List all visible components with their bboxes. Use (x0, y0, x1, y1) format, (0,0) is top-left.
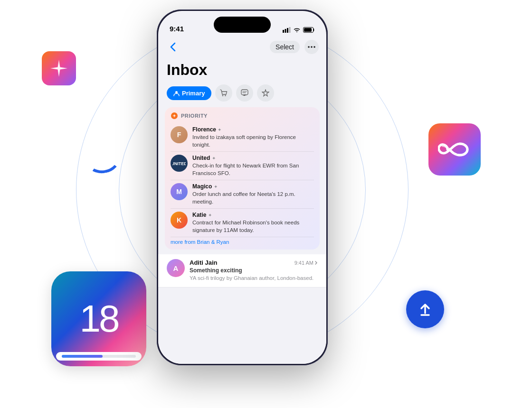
florence-avatar: F (171, 126, 188, 143)
dynamic-island (214, 17, 271, 33)
signal-icon (283, 27, 291, 33)
florence-sender: Florence ✦ (192, 126, 314, 133)
svg-rect-3 (289, 27, 291, 33)
magico-sender: Magico ✦ (192, 183, 314, 190)
aditi-email-header: Aditi Jain 9:41 AM (190, 259, 318, 266)
florence-mail-body: Florence ✦ Invited to izakaya soft openi… (192, 126, 314, 148)
aditi-email-body: Aditi Jain 9:41 AM Something exciting YA… (190, 259, 318, 282)
tab-chat[interactable] (236, 84, 253, 102)
united-sender: United ✦ (192, 155, 314, 161)
svg-point-7 (311, 46, 313, 48)
tab-bar: Primary (158, 84, 326, 107)
aditi-subject: Something exciting (190, 267, 318, 274)
select-button[interactable]: Select (270, 41, 300, 53)
mail-item-united[interactable]: UNITED United ✦ Check-in for flight to N… (171, 152, 314, 180)
svg-point-11 (225, 95, 226, 96)
united-mail-body: United ✦ Check-in for flight to Newark E… (192, 155, 314, 177)
svg-rect-1 (285, 29, 286, 33)
mail-item-florence[interactable]: F Florence ✦ Invited to izakaya soft ope… (171, 123, 314, 152)
priority-label: PRIORITY (181, 113, 208, 119)
magico-avatar: M (171, 183, 188, 200)
infinity-app-icon[interactable] (428, 123, 481, 176)
ios18-number: 18 (80, 300, 118, 338)
status-icons (283, 27, 315, 33)
svg-point-8 (314, 46, 315, 48)
wifi-icon (293, 27, 301, 33)
ios18-progress-fill (62, 355, 103, 358)
katie-preview: Contract for Michael Robinson's book nee… (192, 219, 314, 234)
svg-rect-5 (304, 28, 312, 32)
tab-primary[interactable]: Primary (167, 86, 211, 100)
magico-mail-body: Magico ✦ Order lunch and coffee for Neet… (192, 183, 314, 205)
email-row-aditi[interactable]: A Aditi Jain 9:41 AM Something exciting … (158, 254, 326, 287)
tab-promo[interactable] (257, 84, 274, 102)
aditi-avatar: A (167, 259, 185, 277)
sparkle-app-icon[interactable] (42, 51, 76, 85)
phone-frame: 9:41 (157, 9, 328, 365)
priority-section: PRIORITY F Florence ✦ Invited to izakaya… (165, 107, 320, 250)
svg-rect-12 (241, 90, 248, 95)
priority-header: PRIORITY (171, 112, 314, 120)
mail-item-katie[interactable]: K Katie ✦ Contract for Michael Robinson'… (171, 209, 314, 237)
katie-avatar: K (171, 212, 188, 229)
svg-rect-0 (283, 30, 284, 33)
status-time: 9:41 (170, 25, 184, 33)
battery-icon (303, 27, 315, 33)
mail-content: Inbox Primary (158, 57, 326, 364)
united-avatar: UNITED (171, 155, 188, 172)
upload-app-icon[interactable] (406, 290, 444, 328)
ios18-progress-bar (62, 355, 136, 358)
back-button[interactable] (166, 40, 180, 54)
aditi-sender: Aditi Jain (190, 259, 218, 266)
svg-point-6 (308, 46, 310, 48)
katie-mail-body: Katie ✦ Contract for Michael Robinson's … (192, 212, 314, 234)
united-preview: Check-in for flight to Newark EWR from S… (192, 162, 314, 177)
more-link[interactable]: more from Brian & Ryan (171, 237, 314, 245)
phone-screen: 9:41 (158, 11, 326, 364)
ios18-progress-container (56, 352, 142, 361)
mail-item-magico[interactable]: M Magico ✦ Order lunch and coffee for Ne… (171, 180, 314, 209)
svg-point-10 (222, 95, 223, 96)
katie-sender: Katie ✦ (192, 212, 314, 218)
tab-shopping[interactable] (215, 84, 232, 102)
aditi-time: 9:41 AM (294, 260, 318, 266)
inbox-title: Inbox (158, 57, 326, 84)
florence-preview: Invited to izakaya soft opening by Flore… (192, 134, 314, 148)
tab-primary-label: Primary (182, 90, 205, 97)
phone-mockup: 9:41 (157, 9, 337, 380)
svg-text:UNITED: UNITED (172, 161, 186, 166)
nav-actions: Select (270, 40, 319, 54)
svg-rect-2 (287, 28, 288, 33)
magico-preview: Order lunch and coffee for Neeta's 12 p.… (192, 191, 314, 205)
aditi-preview: YA sci-fi trilogy by Ghanaian author, Lo… (190, 275, 318, 282)
nav-bar: Select (158, 37, 326, 57)
more-button[interactable] (304, 40, 319, 54)
